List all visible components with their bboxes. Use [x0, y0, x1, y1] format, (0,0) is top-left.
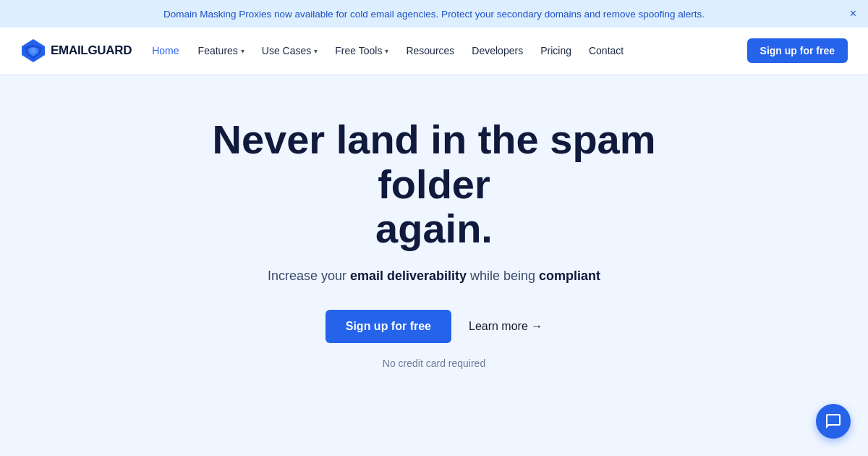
- nav-developers[interactable]: Developers: [464, 41, 530, 61]
- nav-pricing[interactable]: Pricing: [533, 41, 579, 61]
- svg-point-2: [30, 48, 36, 54]
- nav-contact[interactable]: Contact: [582, 41, 631, 61]
- nav-resources[interactable]: Resources: [399, 41, 461, 61]
- nav-home[interactable]: Home: [146, 41, 184, 61]
- chevron-down-icon: ▾: [241, 47, 244, 55]
- navbar: EMAILGUARD Home Features ▾ Use Cases ▾ F…: [0, 28, 868, 74]
- announcement-banner: Domain Masking Proxies now available for…: [0, 0, 868, 28]
- nav-features[interactable]: Features ▾: [191, 41, 252, 61]
- hero-signup-button[interactable]: Sign up for free: [326, 310, 451, 343]
- chat-icon: [825, 413, 842, 430]
- announcement-close-button[interactable]: ×: [850, 8, 856, 20]
- logo-icon: [20, 38, 46, 64]
- announcement-text: Domain Masking Proxies now available for…: [163, 9, 705, 20]
- hero-subtitle: Increase your email deliverability while…: [268, 269, 600, 284]
- nav-use-cases[interactable]: Use Cases ▾: [255, 41, 325, 61]
- hero-section: Never land in the spam folder again. Inc…: [0, 74, 868, 398]
- chevron-down-icon: ▾: [314, 47, 318, 55]
- hero-title: Never land in the spam folder again.: [181, 117, 687, 251]
- chevron-down-icon: ▾: [385, 47, 388, 55]
- hero-buttons: Sign up for free Learn more →: [326, 310, 543, 343]
- logo-link[interactable]: EMAILGUARD: [20, 38, 132, 64]
- nav-free-tools[interactable]: Free Tools ▾: [328, 41, 396, 61]
- nav-signup-button[interactable]: Sign up for free: [747, 38, 848, 63]
- chat-bubble-button[interactable]: [816, 404, 851, 439]
- logo-text: EMAILGUARD: [51, 43, 132, 58]
- hero-learn-more-button[interactable]: Learn more →: [469, 320, 542, 333]
- hero-note: No credit card required: [383, 358, 485, 369]
